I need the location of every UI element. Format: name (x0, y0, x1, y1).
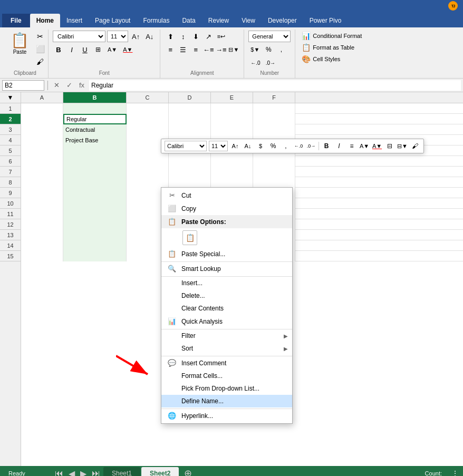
mini-font-shrink[interactable]: A↓ (243, 141, 253, 151)
cell-styles-button[interactable]: 🎨 Cell Styles (300, 54, 373, 64)
view-dots[interactable]: ⋮ (449, 469, 461, 476)
cell-c1[interactable] (127, 103, 169, 114)
ctx-cut[interactable]: ✂ Cut (161, 189, 292, 202)
tab-developer[interactable]: Developer (262, 14, 303, 27)
cell-a11[interactable] (21, 209, 63, 219)
mini-border[interactable]: ⊟ (384, 141, 395, 151)
cell-c6[interactable] (127, 156, 169, 167)
ctx-format-cells[interactable]: Format Cells... (161, 370, 292, 382)
paste-button[interactable]: 📋 Paste (6, 31, 33, 56)
cell-d2[interactable] (169, 114, 211, 124)
mini-font-select[interactable]: Calibri (165, 141, 207, 151)
decrease-indent-button[interactable]: ←≡ (202, 44, 214, 55)
tab-formulas[interactable]: Formulas (137, 14, 176, 27)
copy-button[interactable]: ⬜ (34, 43, 46, 55)
sheet-nav-next[interactable]: ▶ (78, 469, 89, 477)
ctx-sort[interactable]: Sort (161, 342, 292, 355)
cell-a5[interactable] (21, 145, 63, 156)
cell-d6[interactable] (169, 156, 211, 167)
cell-b6[interactable] (63, 156, 127, 167)
tab-power-pivo[interactable]: Power Pivo (303, 14, 348, 27)
mini-size-select[interactable]: 11 (209, 141, 228, 151)
mini-dec-dec[interactable]: ←.0 (293, 141, 304, 151)
cell-a1[interactable] (21, 103, 63, 114)
cell-d8[interactable] (169, 177, 211, 188)
row-header-11[interactable]: 11 (0, 209, 21, 219)
cell-d3[interactable] (169, 124, 211, 135)
format-as-table-button[interactable]: 📋 Format as Table (300, 42, 373, 53)
cell-e1[interactable] (211, 103, 253, 114)
cell-a2[interactable] (21, 114, 63, 124)
ctx-delete[interactable]: Delete... (161, 289, 292, 302)
formula-confirm-button[interactable]: ✓ (64, 80, 74, 91)
cell-name-box[interactable]: B2 (2, 80, 44, 91)
font-name-select[interactable]: Calibri (53, 31, 105, 42)
border-button[interactable]: ⊞ (92, 44, 104, 55)
increase-indent-button[interactable]: →≡ (215, 44, 227, 55)
ctx-hyperlink[interactable]: 🌐 Hyperlink... (161, 409, 292, 422)
ctx-insert-comment[interactable]: 💬 Insert Comment (161, 356, 292, 370)
tab-insert[interactable]: Insert (60, 14, 89, 27)
row-header-14[interactable]: 14 (0, 240, 21, 251)
row-header-12[interactable]: 12 (0, 219, 21, 230)
formula-fx-button[interactable]: fx (76, 80, 87, 91)
align-top-button[interactable]: ⬆ (165, 31, 176, 42)
cell-e8[interactable] (211, 177, 253, 188)
cell-a6[interactable] (21, 156, 63, 167)
cell-f2[interactable] (253, 114, 295, 124)
cell-a10[interactable] (21, 198, 63, 209)
col-header-b[interactable]: B (63, 92, 127, 103)
cell-c7[interactable] (127, 167, 169, 177)
col-header-c[interactable]: C (127, 92, 169, 103)
percent-button[interactable]: % (263, 44, 274, 55)
cell-b7[interactable] (63, 167, 127, 177)
ctx-copy[interactable]: ⬜ Copy (161, 202, 292, 215)
cell-a13[interactable] (21, 230, 63, 240)
cell-a8[interactable] (21, 177, 63, 188)
cell-f3[interactable] (253, 124, 295, 135)
cell-d1[interactable] (169, 103, 211, 114)
fill-color-button[interactable]: A▼ (105, 44, 119, 55)
bold-button[interactable]: B (53, 44, 64, 55)
ctx-insert[interactable]: Insert... (161, 276, 292, 289)
row-header-13[interactable]: 13 (0, 230, 21, 240)
text-angle-button[interactable]: ↗ (202, 31, 214, 42)
ctx-define-name[interactable]: Define Name... (161, 395, 292, 407)
cell-a15[interactable] (21, 251, 63, 261)
sheet-tab-sheet2[interactable]: Sheet2 (141, 467, 179, 476)
merge-center-button[interactable]: ⊟▼ (228, 44, 239, 55)
ctx-clear-contents[interactable]: Clear Contents (161, 302, 292, 315)
ctx-quick-analysis[interactable]: 📊 Quick Analysis (161, 315, 292, 328)
align-middle-button[interactable]: ↕ (177, 31, 189, 42)
font-size-select[interactable]: 11 (107, 31, 128, 42)
cell-f7[interactable] (253, 167, 295, 177)
cell-e3[interactable] (211, 124, 253, 135)
cell-e6[interactable] (211, 156, 253, 167)
cell-b11[interactable] (63, 209, 127, 219)
cell-b5[interactable] (63, 145, 127, 156)
col-header-f[interactable]: F (253, 92, 295, 103)
mini-font-color[interactable]: A▼ (372, 141, 382, 151)
mini-percent[interactable]: % (268, 141, 278, 151)
row-header-4[interactable]: 4 (0, 135, 21, 145)
cell-b14[interactable] (63, 240, 127, 251)
ctx-smart-lookup[interactable]: 🔍 Smart Lookup (161, 261, 292, 275)
format-painter-button[interactable]: 🖌 (34, 56, 46, 67)
align-right-button[interactable]: ≡ (190, 44, 201, 55)
ctx-paste-special[interactable]: 📋 Paste Special... (161, 247, 292, 260)
cell-a9[interactable] (21, 188, 63, 198)
tab-file[interactable]: File (2, 14, 30, 27)
tab-page-layout[interactable]: Page Layout (89, 14, 137, 27)
cell-f8[interactable] (253, 177, 295, 188)
cell-e7[interactable] (211, 167, 253, 177)
cell-a4[interactable] (21, 135, 63, 145)
cell-f6[interactable] (253, 156, 295, 167)
mini-fill[interactable]: A▼ (359, 141, 370, 151)
cut-button[interactable]: ✂ (34, 31, 46, 42)
increase-decimal-button[interactable]: .0→ (264, 57, 277, 69)
decrease-decimal-button[interactable]: ←.0 (248, 57, 262, 69)
sheet-nav-prev[interactable]: ◀ (66, 469, 77, 477)
tab-review[interactable]: Review (202, 14, 235, 27)
add-sheet-button[interactable]: ⊕ (180, 468, 196, 476)
cell-b15[interactable] (63, 251, 127, 261)
